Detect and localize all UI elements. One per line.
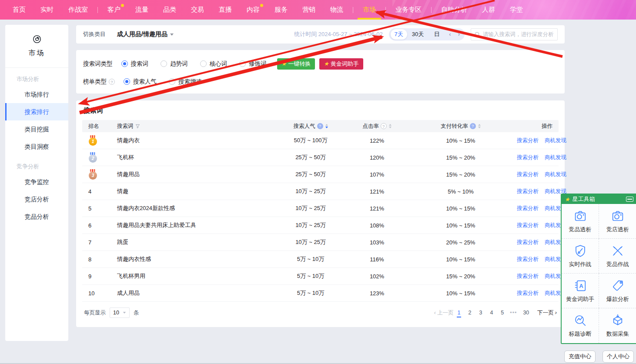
search-word[interactable]: 跳蛋 <box>117 238 278 246</box>
radio-option[interactable]: 搜索词 <box>121 60 149 68</box>
search-word[interactable]: 情趣用品夫妻共用床上助爱工具 <box>117 221 278 229</box>
page-number[interactable]: 4 <box>489 309 494 317</box>
one-key-convert-button[interactable]: ★ 一键转换 <box>277 58 315 70</box>
toolbox-item[interactable]: 数据采集 <box>599 308 636 343</box>
search-word[interactable]: 情趣内衣2024新款性感 <box>117 204 278 212</box>
search-word[interactable]: 飞机杯男用 <box>117 272 278 280</box>
toolbox-item[interactable]: 标题诊断 <box>562 308 599 343</box>
sidebar-item[interactable]: 类目挖掘 <box>5 120 68 138</box>
category-dropdown[interactable]: 成人用品/情趣用品 <box>117 30 174 38</box>
action-link[interactable]: 搜索分析 <box>517 154 539 160</box>
nav-item[interactable]: 内容 <box>247 0 260 20</box>
nav-item[interactable]: 服务 <box>274 0 288 20</box>
radio-icon[interactable] <box>169 78 175 85</box>
nav-item[interactable]: 直播 <box>219 0 232 20</box>
prev-page-button[interactable]: ‹ 上一页 <box>434 309 454 317</box>
help-icon[interactable]: ? <box>317 123 323 129</box>
search-word[interactable]: 飞机杯 <box>117 154 278 161</box>
radio-icon[interactable] <box>200 60 207 67</box>
search-input[interactable] <box>483 31 554 37</box>
search-word[interactable]: 情趣用品 <box>117 170 278 178</box>
toolbox-item[interactable]: 竞品作战 <box>599 239 636 274</box>
nav-item[interactable]: 业务专区 <box>395 0 422 20</box>
nav-item[interactable]: 作战室 <box>68 0 88 20</box>
page-number[interactable]: 3 <box>478 309 483 317</box>
help-icon[interactable]: ? <box>109 79 115 85</box>
radio-selected-icon[interactable] <box>124 78 130 85</box>
nav-item[interactable]: 人群 <box>482 0 495 20</box>
action-link[interactable]: 搜索分析 <box>517 222 539 228</box>
radio-icon[interactable] <box>239 60 246 67</box>
minimize-button[interactable] <box>626 197 633 202</box>
category-toolbar: 切换类目 成人用品/情趣用品 统计时间 2024-05-27 ~ 2024-06… <box>76 25 565 43</box>
search-word[interactable]: 情趣内衣性感 <box>117 255 278 263</box>
radio-option[interactable]: 修饰词 <box>239 60 267 68</box>
nav-item[interactable]: 营销 <box>302 0 315 20</box>
nav-item[interactable]: 品类 <box>163 0 176 20</box>
page-number[interactable]: 5 <box>500 309 505 317</box>
nav-item[interactable]: 客户 <box>107 0 121 20</box>
help-icon[interactable]: ? <box>470 123 476 129</box>
action-link[interactable]: 搜索分析 <box>517 256 539 262</box>
sidebar-item[interactable]: 竞争监控 <box>5 173 68 190</box>
nav-item[interactable]: 市场 <box>363 0 376 20</box>
nav-item[interactable]: 学堂 <box>510 0 523 20</box>
search-word[interactable]: 情趣 <box>117 187 278 195</box>
action-link[interactable]: 搜索分析 <box>517 239 539 245</box>
sidebar-item[interactable]: 市场排行 <box>5 86 68 103</box>
popularity-value: 10万 ~ 25万 <box>278 204 343 212</box>
page-number[interactable]: 2 <box>467 309 472 317</box>
sort-icon[interactable] <box>478 124 481 128</box>
help-icon[interactable]: ? <box>381 123 387 129</box>
per-page-select[interactable]: 10 <box>110 307 130 318</box>
toolbox-item[interactable]: 爆款分析 <box>599 274 636 308</box>
action-link[interactable]: 搜索分析 <box>517 188 539 194</box>
toolbox-item[interactable]: 竞店透析 <box>599 204 636 239</box>
rank-cell: 5 <box>88 205 117 212</box>
toolbox-item[interactable]: A 黄金词助手 <box>562 274 599 308</box>
nav-item[interactable]: 交易 <box>191 0 204 20</box>
period-pill[interactable]: 日 <box>428 29 445 40</box>
action-link[interactable]: 搜索分析 <box>517 290 539 296</box>
period-next-button[interactable]: › <box>455 29 463 40</box>
sidebar-item[interactable]: 搜索排行 <box>5 103 68 120</box>
radio-option[interactable]: 趋势词 <box>161 60 188 68</box>
nav-item[interactable]: 实时 <box>40 0 54 20</box>
action-link[interactable]: 搜索分析 <box>517 137 539 144</box>
radio-option[interactable]: 搜索人气 <box>124 78 157 86</box>
action-link[interactable]: 商机发现 <box>545 171 566 177</box>
nav-item[interactable]: 自助分析 <box>441 0 467 20</box>
recharge-center-button[interactable]: 充值中心 <box>564 351 596 363</box>
radio-option[interactable]: 核心词 <box>200 60 228 68</box>
action-link[interactable]: 搜索分析 <box>517 171 539 177</box>
sidebar-item[interactable]: 竞店分析 <box>5 190 68 208</box>
golden-word-helper-button[interactable]: ★ 黄金词助手 <box>319 58 363 70</box>
sort-icon[interactable] <box>325 124 328 128</box>
page-number[interactable]: 30 <box>522 309 530 317</box>
sort-icon[interactable] <box>389 124 392 128</box>
toolbox-item[interactable]: 实时作战 <box>562 239 599 274</box>
nav-item[interactable]: 首页 <box>13 0 26 20</box>
toolbox-item[interactable]: 竞品透析 <box>562 204 599 239</box>
action-link[interactable]: 搜索分析 <box>517 205 539 211</box>
radio-icon[interactable] <box>161 60 167 67</box>
filter-funnel-icon[interactable] <box>135 124 140 129</box>
action-link[interactable]: 商机发现 <box>545 154 566 160</box>
action-link[interactable]: 搜索分析 <box>517 273 539 279</box>
period-pill[interactable]: 30天 <box>408 29 428 40</box>
personal-center-button[interactable]: 个人中心 <box>603 351 634 363</box>
search-box[interactable] <box>471 28 558 40</box>
search-word[interactable]: 成人用品 <box>117 289 278 297</box>
period-pill[interactable]: 7天 <box>391 29 407 40</box>
nav-item[interactable]: 流量 <box>135 0 148 20</box>
sidebar-item[interactable]: 类目洞察 <box>5 138 68 155</box>
page-number[interactable]: 1 <box>457 309 462 317</box>
sidebar-item[interactable]: 竞品分析 <box>5 208 68 225</box>
nav-item[interactable]: 物流 <box>330 0 343 20</box>
radio-selected-icon[interactable] <box>121 60 128 67</box>
action-link[interactable]: 商机发现 <box>545 137 566 144</box>
next-page-button[interactable]: 下一页 › <box>537 309 557 317</box>
radio-option[interactable]: 搜索增速 <box>169 78 202 86</box>
search-word[interactable]: 情趣内衣 <box>117 137 278 144</box>
period-prev-button[interactable]: ‹ <box>446 29 454 40</box>
